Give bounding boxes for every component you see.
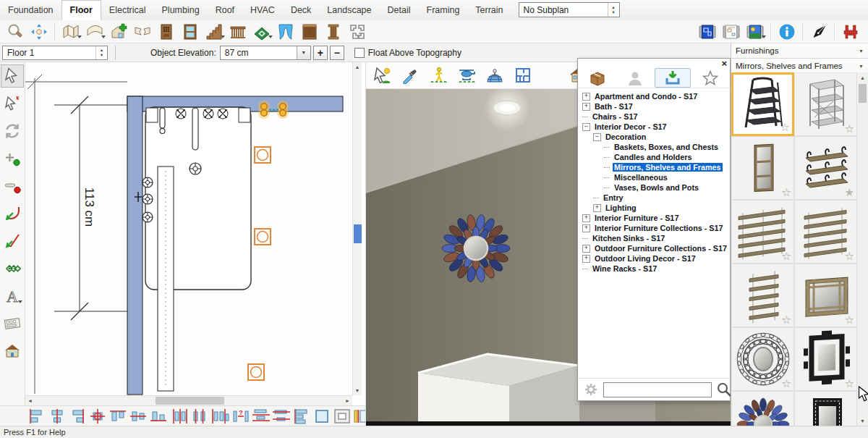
close-icon[interactable]: × bbox=[721, 59, 727, 69]
chain-tool[interactable] bbox=[1, 257, 24, 280]
dropdown-caret-icon[interactable] bbox=[77, 35, 82, 41]
plan-vertical-scrollbar[interactable]: ▲ ▼ bbox=[352, 62, 362, 395]
dome-view-3d[interactable] bbox=[485, 65, 505, 85]
tree-item-interior-decor-s17[interactable]: −Interior Decor - S17 bbox=[579, 122, 730, 132]
favorite-star-icon[interactable]: ☆ bbox=[782, 377, 791, 390]
tree-item-outdoor-furniture-collections-s17[interactable]: +Outdoor Furniture Collections - S17 bbox=[579, 243, 730, 253]
elevation-increase-button[interactable]: + bbox=[313, 46, 328, 60]
tree-item-lighting[interactable]: +Lighting bbox=[579, 203, 730, 213]
distribute-horizontal[interactable] bbox=[171, 408, 190, 425]
space-evenly[interactable]: ? bbox=[231, 408, 250, 425]
catalog-item-metal-shelf[interactable]: ☆ bbox=[794, 72, 857, 136]
favorite-star-icon[interactable]: ☆ bbox=[845, 377, 854, 390]
eyedropper-3d[interactable] bbox=[400, 65, 420, 85]
pen-button[interactable] bbox=[807, 22, 830, 42]
catalog-item-wall-shelf-hooks[interactable]: ★ bbox=[794, 136, 857, 200]
favorite-star-icon[interactable]: ☆ bbox=[780, 121, 790, 134]
expand-icon[interactable]: + bbox=[582, 224, 590, 232]
vertical-scroll-thumb[interactable] bbox=[354, 224, 362, 243]
tab-landscape[interactable]: Landscape bbox=[319, 0, 379, 20]
view-3d[interactable] bbox=[743, 22, 767, 42]
catalog-item-greek-key-mirror[interactable]: ☆ bbox=[794, 391, 857, 426]
tree-item-mirrors-shelves-and-frames[interactable]: Mirrors, Shelves and Frames bbox=[579, 162, 730, 172]
fillet-tool[interactable] bbox=[1, 202, 24, 225]
float-above-topography-checkbox[interactable] bbox=[354, 48, 365, 58]
tree-item-kitchen-sinks-s17[interactable]: Kitchen Sinks - S17 bbox=[579, 233, 730, 243]
subplan-dropdown[interactable]: No Subplan ▲▼ bbox=[519, 2, 620, 17]
dropdown-caret-icon[interactable] bbox=[268, 35, 273, 41]
scroll-left-icon[interactable]: ◄ bbox=[25, 396, 35, 405]
tab-deck[interactable]: Deck bbox=[283, 0, 319, 20]
chamfer-tool[interactable] bbox=[1, 229, 24, 253]
collapse-icon[interactable]: − bbox=[582, 123, 590, 131]
align-stack-left[interactable] bbox=[292, 408, 311, 425]
dropdown-caret-icon[interactable] bbox=[18, 300, 22, 306]
wall-tool[interactable] bbox=[59, 22, 82, 42]
favorite-star-icon[interactable]: ★ bbox=[845, 186, 854, 199]
plan-2d-view[interactable]: 113 cm bbox=[25, 62, 352, 395]
elevation-decrease-button[interactable]: − bbox=[330, 46, 344, 60]
expand-icon[interactable]: + bbox=[582, 245, 590, 253]
favorite-star-icon[interactable]: ☆ bbox=[845, 313, 854, 327]
tab-floor[interactable]: Floor bbox=[61, 0, 101, 20]
align-bottom[interactable] bbox=[149, 408, 168, 425]
select-tool[interactable] bbox=[1, 64, 24, 88]
horizontal-scroll-thumb[interactable] bbox=[156, 397, 224, 405]
tab-foundation[interactable]: Foundation bbox=[0, 0, 61, 20]
center-on-point[interactable] bbox=[88, 408, 107, 425]
tree-item-entry[interactable]: Entry bbox=[579, 193, 730, 203]
scroll-down-icon[interactable]: ▼ bbox=[857, 416, 868, 426]
dropdown-caret-icon[interactable] bbox=[101, 35, 106, 41]
panel-category-dropdown[interactable]: Mirrors, Shelves and Frames ▼ bbox=[731, 59, 868, 74]
catalog-item-ladder-shelf-dark[interactable]: ☆ bbox=[731, 72, 794, 136]
tab-framing[interactable]: Framing bbox=[419, 0, 468, 20]
tree-item-candles-and-holders[interactable]: Candles and Holders bbox=[579, 152, 730, 162]
panel-scrollbar[interactable]: ▲ ▼ bbox=[856, 72, 868, 426]
catalog-item-leaf-sunburst-mirror[interactable]: ☆ bbox=[731, 391, 794, 426]
tree-item-interior-furniture-collections-s17[interactable]: +Interior Furniture Collections - S17 bbox=[579, 223, 730, 233]
tree-item-wine-racks-s17[interactable]: Wine Racks - S17 bbox=[579, 264, 730, 274]
catalog-item-geometric-frame-mirror[interactable]: ☆ bbox=[794, 327, 857, 391]
make-same-size[interactable] bbox=[312, 408, 331, 425]
curved-wall-tool[interactable] bbox=[82, 22, 106, 42]
rotate-tool[interactable] bbox=[1, 119, 24, 143]
walkthrough-3d[interactable] bbox=[428, 65, 448, 85]
favorite-star-icon[interactable]: ☆ bbox=[782, 313, 791, 327]
house-view-tool[interactable] bbox=[1, 340, 24, 363]
tree-item-bath-s17[interactable]: +Bath - S17 bbox=[579, 101, 730, 111]
favorite-star-icon[interactable]: ☆ bbox=[782, 186, 791, 199]
tree-item-interior-furniture-s17[interactable]: +Interior Furniture - S17 bbox=[579, 213, 730, 223]
dropdown-caret-icon[interactable] bbox=[221, 35, 225, 41]
scroll-right-icon[interactable]: ► bbox=[343, 396, 352, 405]
flyover-3d[interactable] bbox=[456, 65, 477, 85]
distribute-edges-h[interactable] bbox=[211, 408, 230, 425]
catalog-item-wall-shelf-double[interactable]: ☆ bbox=[794, 200, 857, 264]
tab-roof[interactable]: Roof bbox=[208, 0, 242, 20]
catalog-item-framed-mirror-tall[interactable]: ☆ bbox=[731, 136, 794, 200]
elevation-input[interactable]: 87 cm ▼ bbox=[220, 46, 311, 60]
view-blueprint[interactable] bbox=[695, 22, 719, 42]
expand-icon[interactable]: + bbox=[582, 103, 590, 111]
dropdown-caret-icon[interactable] bbox=[762, 35, 766, 41]
break-wall-tool[interactable] bbox=[130, 22, 154, 42]
collapse-icon[interactable]: − bbox=[593, 133, 601, 141]
window-tool[interactable] bbox=[178, 22, 202, 42]
tab-plumbing[interactable]: Plumbing bbox=[154, 0, 208, 20]
tree-item-baskets-boxes-and-chests[interactable]: Baskets, Boxes, and Chests bbox=[579, 142, 730, 152]
room-add-tool[interactable] bbox=[106, 22, 130, 42]
catalog-item-sunburst-wire-mirror[interactable]: ☆ bbox=[731, 327, 794, 391]
view-drawing[interactable] bbox=[719, 22, 743, 42]
select-3d[interactable] bbox=[372, 65, 392, 85]
tree-item-vases-bowls-and-pots[interactable]: Vases, Bowls and Pots bbox=[579, 182, 730, 193]
concentric-align[interactable] bbox=[333, 408, 352, 425]
zoom-tool[interactable] bbox=[3, 22, 27, 42]
favorite-star-icon[interactable]: ☆ bbox=[845, 250, 854, 263]
tab-terrain[interactable]: Terrain bbox=[467, 0, 511, 20]
curtain-tool[interactable] bbox=[273, 22, 297, 42]
media-tool[interactable] bbox=[1, 312, 24, 335]
tree-item-apartment-and-condo-s17[interactable]: +Apartment and Condo - S17 bbox=[579, 91, 730, 101]
pan-tool[interactable] bbox=[27, 22, 51, 42]
align-middle[interactable] bbox=[129, 408, 148, 425]
tab-detail[interactable]: Detail bbox=[380, 0, 419, 20]
info-button[interactable] bbox=[775, 22, 799, 42]
